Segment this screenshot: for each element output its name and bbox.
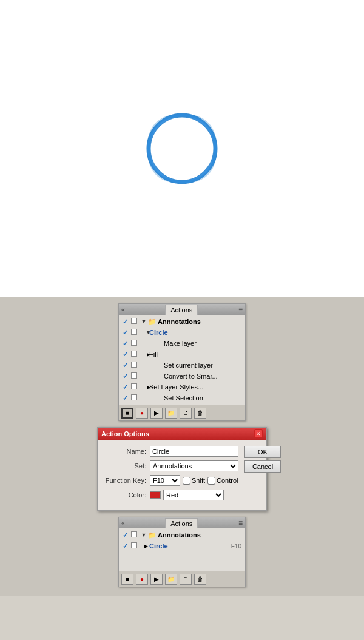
- list-item[interactable]: ✓ ▶ Fill: [119, 349, 245, 360]
- stop-button-bottom[interactable]: ■: [121, 574, 133, 585]
- record-icon-bottom: ●: [140, 576, 144, 582]
- modal-col: [130, 542, 138, 550]
- modal-checkbox[interactable]: [131, 394, 137, 400]
- f10-badge: F10: [231, 543, 244, 550]
- list-item[interactable]: ✓ ▼ Circle: [119, 327, 245, 338]
- list-item[interactable]: ✓ Make layer: [119, 338, 245, 349]
- modal-col: [130, 361, 138, 369]
- actions-content-top: ✓ ▼ 📁 Annnotations ✓ ▼ Circle ✓ Make lay…: [119, 315, 245, 405]
- set-select[interactable]: Annnotations: [150, 460, 238, 471]
- shift-checkbox-label: Shift: [183, 477, 205, 485]
- modal-checkbox[interactable]: [131, 318, 137, 324]
- modal-col: [130, 350, 138, 359]
- delete-icon: 🗑: [197, 409, 203, 416]
- action-options-dialog: Action Options ✕ Name: Set: Annnotations: [97, 427, 267, 511]
- ok-button[interactable]: OK: [244, 446, 281, 458]
- folder-icon: 📁: [148, 318, 157, 326]
- action-label-circle: Circle: [148, 329, 244, 336]
- modal-col: [130, 317, 138, 326]
- list-item[interactable]: ✓ Convert to Smar...: [119, 371, 245, 382]
- empty-space: [119, 551, 245, 570]
- checkmark: ✓: [120, 329, 130, 337]
- modal-checkbox[interactable]: [131, 542, 137, 548]
- cancel-button[interactable]: Cancel: [244, 460, 281, 473]
- list-item[interactable]: ✓ ▼ 📁 Annnotations: [119, 316, 245, 327]
- svg-point-1: [141, 107, 223, 189]
- checkmark: ✓: [120, 318, 130, 326]
- delete-button[interactable]: 🗑: [194, 408, 206, 419]
- collapse-icon-top[interactable]: «: [121, 306, 125, 313]
- play-button-bottom[interactable]: ▶: [150, 574, 163, 585]
- modal-checkbox[interactable]: [131, 351, 137, 357]
- play-icon: ▶: [154, 409, 159, 416]
- expand-col: ▼: [138, 318, 148, 325]
- color-select[interactable]: Red None Orange Yellow: [163, 490, 224, 500]
- dialog-content: Name: Set: Annnotations Function Key:: [98, 440, 266, 510]
- modal-col: [130, 328, 138, 337]
- modal-checkbox[interactable]: [131, 531, 137, 537]
- record-button-bottom[interactable]: ●: [136, 574, 148, 585]
- dialog-titlebar: Action Options ✕: [98, 428, 266, 440]
- modal-checkbox[interactable]: [131, 329, 137, 335]
- delete-button-bottom[interactable]: 🗑: [194, 574, 206, 585]
- name-row: Name:: [104, 446, 238, 457]
- actions-menu-icon-bottom[interactable]: ≡: [238, 519, 243, 527]
- circle-drawing: [136, 103, 228, 194]
- new-set-button[interactable]: 📁: [165, 408, 177, 419]
- control-label: Control: [217, 477, 238, 484]
- control-checkbox-label: Control: [207, 477, 238, 485]
- stop-button[interactable]: ■: [121, 408, 133, 419]
- list-item[interactable]: ✓ Set current layer: [119, 360, 245, 371]
- actions-toolbar-bottom: ■ ● ▶ 📁 🗋 🗑: [119, 571, 245, 587]
- set-row: Set: Annnotations: [104, 460, 238, 471]
- actions-panel-bottom: « Actions ≡ ✓ ▼ 📁 Annnotations ✓ ▶: [118, 517, 246, 587]
- action-label: Make layer: [155, 340, 244, 347]
- expand-col: ▼: [138, 532, 148, 538]
- fkey-select[interactable]: F10 None F1: [150, 475, 180, 486]
- control-checkbox[interactable]: [207, 477, 215, 485]
- record-icon: ●: [140, 409, 144, 416]
- actions-panel-titlebar-bottom: « Actions ≡: [119, 517, 245, 528]
- list-item[interactable]: ✓ ▼ 📁 Annnotations: [119, 530, 245, 541]
- play-button[interactable]: ▶: [150, 408, 163, 419]
- name-input[interactable]: [150, 446, 238, 457]
- shift-label: Shift: [192, 477, 205, 484]
- checkmark: ✓: [120, 531, 130, 539]
- delete-icon-bottom: 🗑: [197, 576, 203, 582]
- actions-tab-bottom[interactable]: Actions: [165, 518, 198, 528]
- action-label: Convert to Smar...: [155, 372, 244, 380]
- checkmark: ✓: [120, 351, 130, 359]
- new-set-button-bottom[interactable]: 📁: [165, 574, 177, 585]
- actions-tab-top[interactable]: Actions: [165, 305, 198, 315]
- modal-checkbox[interactable]: [131, 362, 137, 368]
- modal-col: [130, 383, 138, 391]
- expand-col: ▶: [138, 385, 148, 390]
- name-label: Name:: [104, 448, 146, 455]
- expand-col: ▶: [138, 352, 148, 357]
- folder-icon: 📁: [148, 531, 157, 539]
- list-item[interactable]: ✓ Set Selection: [119, 392, 245, 403]
- new-icon-bottom: 🗋: [183, 576, 189, 582]
- modal-col: [130, 339, 138, 348]
- list-item[interactable]: ✓ ▶ Set Layer Styles...: [119, 382, 245, 392]
- collapse-icon-bottom[interactable]: «: [121, 520, 125, 527]
- list-item[interactable]: ✓ ▶ Circle F10: [119, 541, 245, 551]
- shift-checkbox[interactable]: [183, 477, 190, 485]
- function-key-label: Function Key:: [104, 477, 146, 484]
- modal-col: [130, 372, 138, 380]
- modal-checkbox[interactable]: [131, 372, 137, 379]
- record-button[interactable]: ●: [136, 408, 148, 419]
- dialog-close-button[interactable]: ✕: [254, 429, 263, 438]
- new-action-button-bottom[interactable]: 🗋: [180, 574, 192, 585]
- actions-menu-icon-top[interactable]: ≡: [238, 305, 243, 314]
- checkmark: ✓: [120, 340, 130, 348]
- modal-checkbox[interactable]: [131, 340, 137, 346]
- stop-icon: ■: [126, 409, 129, 416]
- checkmark: ✓: [120, 383, 130, 391]
- modal-checkbox[interactable]: [131, 383, 137, 389]
- actions-tab-label-bottom: Actions: [170, 520, 192, 527]
- action-label: Set current layer: [155, 362, 244, 369]
- action-label: Set Selection: [155, 394, 244, 402]
- new-action-button[interactable]: 🗋: [180, 408, 192, 419]
- folder-icon-bottom: 📁: [167, 576, 175, 582]
